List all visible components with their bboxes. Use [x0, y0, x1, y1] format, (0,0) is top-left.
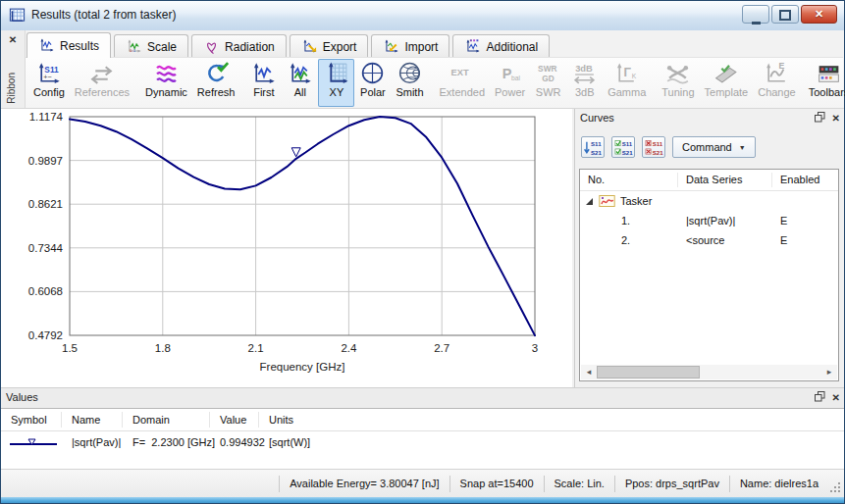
- swr-button[interactable]: SWRGDSWR: [530, 59, 566, 107]
- status-segment: Name: dielres1a: [729, 476, 828, 492]
- curves-horizontal-scrollbar[interactable]: ◂ ▸: [581, 365, 837, 379]
- y-tick-label: 0.4792: [28, 329, 63, 341]
- curve-enabled-flag: E: [772, 215, 838, 227]
- curve-row[interactable]: 1.|sqrt(Pav)|E: [580, 211, 838, 230]
- chart-cursor-marker[interactable]: [291, 148, 300, 157]
- toolbar-button-label: First: [253, 86, 274, 98]
- toolbar-button-label: Smith: [396, 86, 423, 98]
- tab-radiation[interactable]: Radiation: [191, 34, 287, 58]
- plot-grid-icon: [9, 7, 26, 23]
- ribbon-close-button[interactable]: ✕: [4, 32, 22, 48]
- curve-row[interactable]: 2.<sourceE: [580, 230, 838, 250]
- sparam-add-icon: S11S21: [583, 138, 603, 156]
- config-s11-icon: S11+−: [35, 61, 62, 87]
- xy-button[interactable]: XY: [318, 59, 354, 107]
- column-header: Domain: [123, 412, 210, 428]
- dropdown-arrow-icon: ▼: [739, 144, 746, 151]
- command-dropdown-button[interactable]: Command▼: [672, 136, 756, 158]
- float-panel-icon[interactable]: [815, 112, 825, 125]
- references-button[interactable]: References: [70, 59, 134, 107]
- maximize-button[interactable]: [771, 5, 799, 24]
- dynamic-button[interactable]: Dynamic: [140, 59, 192, 107]
- status-bar: Available Energy= 3.80047 [nJ]Snap at=15…: [1, 469, 844, 497]
- tab-scale[interactable]: 01Scale: [114, 34, 188, 58]
- tuning-tools-icon: [664, 61, 691, 87]
- values-domain: F= 2.2300 [GHz]: [123, 436, 210, 448]
- close-panel-icon[interactable]: ✕: [832, 113, 840, 124]
- curves-table-body: Tasker1.|sqrt(Pav)|E2.<sourceE: [580, 191, 838, 250]
- curve-enabled-flag: E: [772, 234, 838, 246]
- power-button[interactable]: PbalPower: [490, 59, 530, 107]
- toolbar-button-label: Config: [33, 86, 65, 98]
- scrollbar-track[interactable]: [597, 365, 821, 379]
- resize-grip[interactable]: [828, 480, 842, 494]
- x-tick-label: 1.8: [155, 342, 171, 354]
- curves-group-row[interactable]: Tasker: [580, 191, 838, 211]
- toolbar-button-label: 3dB: [575, 86, 595, 98]
- svg-text:bal: bal: [511, 75, 521, 81]
- scroll-right-icon[interactable]: ▸: [821, 365, 837, 379]
- column-header: Enabled: [772, 173, 838, 187]
- tab-label: Import: [404, 40, 438, 54]
- template-board-icon: [713, 61, 739, 87]
- 3db-button[interactable]: 3dB3dB: [566, 59, 603, 107]
- refresh-check-icon: [203, 61, 230, 87]
- tab-scale-icon: 01: [126, 38, 142, 55]
- float-panel-icon[interactable]: [815, 391, 825, 404]
- xy-grid-icon: [323, 61, 349, 87]
- values-panel-title: Values: [6, 391, 38, 403]
- swr-gd-icon: SWRGD: [535, 61, 561, 87]
- curve-series-name: <source: [678, 234, 772, 246]
- first-button[interactable]: First: [245, 59, 282, 107]
- config-button[interactable]: S11+−Config: [28, 59, 70, 107]
- curves-panel-title: Curves: [580, 112, 614, 124]
- smith-button[interactable]: Smith: [391, 59, 428, 107]
- close-panel-icon[interactable]: ✕: [832, 392, 840, 403]
- toolbar-button-label: Template: [705, 86, 749, 98]
- gamma-button[interactable]: ΓKGamma: [603, 59, 651, 107]
- toolbars-button[interactable]: Toolbars: [804, 59, 845, 107]
- refresh-button[interactable]: Refresh: [192, 59, 240, 107]
- app-plot-icon: [9, 7, 26, 24]
- x-tick-label: 1.5: [62, 342, 78, 354]
- disable-s-parameters-button[interactable]: S11S21: [642, 136, 665, 158]
- all-button[interactable]: All: [282, 59, 318, 107]
- scroll-left-icon[interactable]: ◂: [581, 365, 597, 379]
- curves-panel-header: Curves ✕: [575, 109, 844, 131]
- tab-results[interactable]: Results: [26, 32, 111, 58]
- toolbar-button-label: Refresh: [197, 86, 236, 98]
- sparam-enable-icon: S11S21: [613, 138, 633, 156]
- tab-export[interactable]: Export: [290, 34, 369, 58]
- svg-text:S11: S11: [591, 140, 602, 147]
- svg-text:GD: GD: [542, 74, 554, 83]
- minimize-button[interactable]: [742, 5, 769, 24]
- status-segment: Scale: Lin.: [544, 476, 614, 492]
- svg-text:EXT: EXT: [451, 68, 469, 77]
- tab-import[interactable]: Import: [371, 34, 449, 58]
- minimize-icon: [743, 15, 768, 26]
- x-tick-label: 3: [532, 342, 538, 354]
- window-bottom-border: [1, 497, 844, 503]
- template-button[interactable]: Template: [700, 59, 754, 107]
- status-segment: Ppos: drps_sqrtPav: [614, 476, 729, 492]
- values-name: |sqrt(Pav)|: [62, 436, 123, 448]
- tab-additional[interactable]: Additional: [452, 34, 550, 58]
- maximize-icon: [772, 10, 798, 23]
- scrollbar-thumb[interactable]: [597, 366, 700, 378]
- svg-text:+−: +−: [44, 73, 52, 81]
- enable-s-parameters-button[interactable]: S11S21: [611, 136, 635, 158]
- values-row[interactable]: |sqrt(Pav)|F= 2.2300 [GHz]0.994932[sqrt(…: [1, 431, 844, 453]
- column-header: No.: [580, 173, 678, 187]
- change-button[interactable]: EChange: [753, 59, 801, 107]
- polar-button[interactable]: Polar: [354, 59, 391, 107]
- y-tick-label: 0.8621: [28, 198, 63, 210]
- apply-s-parameters-button[interactable]: S11S21: [581, 136, 605, 158]
- column-header: Symbol: [1, 412, 62, 428]
- toolbar-button-label: Tuning: [661, 86, 694, 98]
- sparam-disable-icon: S11S21: [644, 138, 663, 156]
- y-tick-label: 0.7344: [28, 242, 64, 254]
- values-table-header: SymbolNameDomainValueUnits: [1, 409, 844, 431]
- close-button[interactable]: ✕: [801, 5, 837, 24]
- extended-button[interactable]: EXTExtended: [435, 59, 490, 107]
- tuning-button[interactable]: Tuning: [657, 59, 699, 107]
